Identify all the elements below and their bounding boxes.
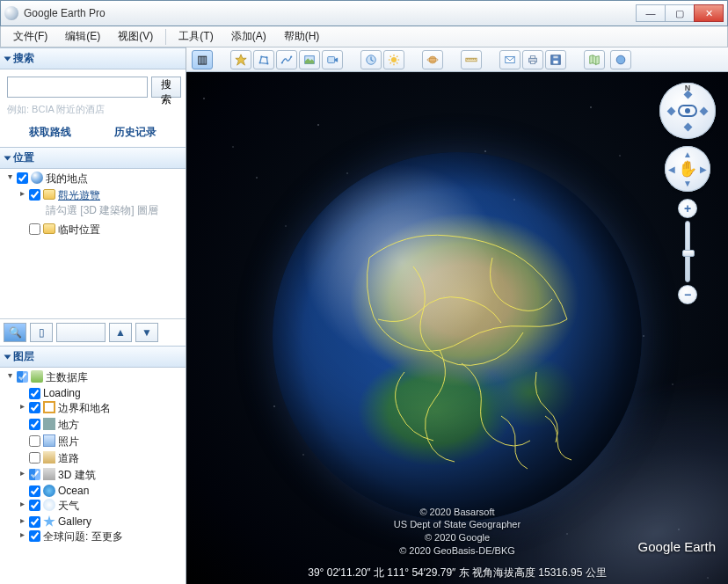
look-compass[interactable]: N bbox=[659, 83, 716, 139]
save-image-button[interactable] bbox=[545, 50, 566, 69]
map-viewport[interactable]: ▥ bbox=[186, 47, 728, 584]
add-image-overlay-button[interactable] bbox=[299, 50, 320, 69]
pan-down-icon[interactable]: ▼ bbox=[683, 179, 692, 188]
layer-label[interactable]: 全球问题: 至更多 bbox=[43, 529, 123, 544]
search-panel-header[interactable]: 搜索 bbox=[0, 47, 186, 69]
search-input[interactable] bbox=[7, 77, 148, 98]
borders-overlay bbox=[273, 152, 642, 522]
layer-label[interactable]: 地方 bbox=[58, 418, 79, 433]
layer-label[interactable]: Ocean bbox=[58, 485, 89, 497]
places-hint: 請勾選 [3D 建築物] 圖層 bbox=[4, 204, 182, 218]
layer-label[interactable]: 天气 bbox=[58, 499, 79, 514]
layer-label[interactable]: 边界和地名 bbox=[58, 401, 111, 416]
look-left-icon[interactable] bbox=[667, 106, 676, 115]
places-panel-header[interactable]: 位置 bbox=[0, 147, 186, 169]
layer-checkbox-global[interactable] bbox=[29, 530, 40, 542]
add-path-button[interactable] bbox=[276, 50, 297, 69]
pan-up-icon[interactable]: ▲ bbox=[683, 150, 692, 159]
tree-expand-icon[interactable]: ▾ bbox=[5, 370, 14, 380]
look-down-icon[interactable] bbox=[683, 123, 692, 132]
temp-places-checkbox[interactable] bbox=[29, 223, 40, 235]
gallery-icon bbox=[43, 515, 55, 528]
menu-view[interactable]: 视图(V) bbox=[109, 27, 162, 46]
maximize-button[interactable]: ▢ bbox=[665, 4, 695, 22]
pan-right-icon[interactable]: ▶ bbox=[700, 164, 707, 174]
record-tour-button[interactable] bbox=[322, 50, 343, 69]
layer-checkbox-photos[interactable] bbox=[29, 435, 40, 447]
layers-panel-header[interactable]: 图层 bbox=[0, 346, 186, 368]
hand-icon: ✋ bbox=[678, 159, 697, 179]
earth-globe[interactable] bbox=[273, 152, 642, 522]
zoom-slider-thumb[interactable] bbox=[682, 250, 695, 257]
layer-row-roads: 道路 bbox=[4, 450, 182, 467]
view-in-maps-button[interactable] bbox=[584, 50, 605, 69]
sidebar-toggle-button[interactable]: ▥ bbox=[192, 50, 213, 69]
places-up-button[interactable]: ▲ bbox=[109, 323, 132, 342]
places-icon bbox=[43, 418, 55, 430]
tree-expand-icon[interactable]: ▸ bbox=[18, 468, 26, 478]
sightseeing-link[interactable]: 觀光遊覽 bbox=[58, 188, 100, 203]
tree-expand-icon[interactable]: ▾ bbox=[5, 172, 14, 181]
layer-checkbox-3d[interactable] bbox=[29, 469, 40, 480]
tree-expand-icon[interactable]: ▸ bbox=[18, 401, 26, 411]
tree-expand-icon[interactable]: ▸ bbox=[18, 515, 26, 525]
get-directions-link[interactable]: 获取路线 bbox=[29, 125, 71, 140]
simulator-button[interactable] bbox=[610, 50, 631, 69]
temp-places-label[interactable]: 临时位置 bbox=[58, 223, 100, 237]
svg-point-3 bbox=[266, 62, 268, 64]
places-down-button[interactable]: ▼ bbox=[135, 323, 158, 342]
look-right-icon[interactable] bbox=[700, 106, 709, 115]
tree-expand-icon[interactable]: ▸ bbox=[18, 529, 26, 539]
places-slider[interactable] bbox=[56, 323, 106, 342]
planet-button[interactable] bbox=[422, 50, 443, 69]
layer-checkbox-borders[interactable] bbox=[29, 402, 40, 413]
my-places-checkbox[interactable] bbox=[17, 172, 28, 184]
close-button[interactable]: ✕ bbox=[694, 4, 724, 22]
menu-file[interactable]: 文件(F) bbox=[4, 27, 56, 46]
layer-checkbox-db[interactable] bbox=[17, 371, 28, 383]
layer-checkbox-places[interactable] bbox=[29, 419, 40, 430]
sightseeing-checkbox[interactable] bbox=[29, 189, 40, 201]
places-toolbar: 🔍 ▯ ▲ ▼ bbox=[0, 318, 186, 346]
layer-checkbox-ocean[interactable] bbox=[29, 485, 40, 497]
menu-help[interactable]: 帮助(H) bbox=[275, 27, 329, 46]
email-button[interactable] bbox=[499, 50, 521, 69]
ruler-button[interactable] bbox=[461, 50, 482, 69]
layer-label[interactable]: Loading bbox=[43, 387, 81, 399]
layer-label[interactable]: Gallery bbox=[58, 515, 91, 528]
tree-expand-icon[interactable]: ▸ bbox=[18, 499, 26, 508]
layer-label[interactable]: 主数据库 bbox=[46, 370, 88, 385]
layer-row-borders: ▸边界和地名 bbox=[4, 400, 182, 417]
places-search-button[interactable]: 🔍 bbox=[4, 323, 26, 342]
history-link[interactable]: 历史记录 bbox=[114, 125, 157, 140]
places-view-button[interactable]: ▯ bbox=[30, 323, 53, 342]
layer-checkbox-loading[interactable] bbox=[29, 388, 40, 399]
layer-label[interactable]: 3D 建筑 bbox=[58, 468, 96, 483]
tree-expand-icon[interactable]: ▸ bbox=[18, 188, 26, 198]
layer-checkbox-weather[interactable] bbox=[29, 500, 40, 511]
3d-icon bbox=[43, 468, 55, 480]
add-placemark-button[interactable] bbox=[230, 50, 251, 69]
history-imagery-button[interactable] bbox=[360, 50, 382, 69]
eye-icon bbox=[678, 105, 697, 117]
places-panel-title: 位置 bbox=[13, 150, 34, 165]
layer-label[interactable]: 道路 bbox=[58, 451, 79, 466]
my-places-label[interactable]: 我的地点 bbox=[46, 172, 88, 186]
menu-edit[interactable]: 编辑(E) bbox=[56, 27, 109, 46]
menu-tools[interactable]: 工具(T) bbox=[170, 27, 222, 46]
zoom-in-button[interactable]: + bbox=[678, 199, 697, 218]
minimize-button[interactable]: — bbox=[636, 4, 666, 22]
sunlight-button[interactable] bbox=[383, 50, 404, 69]
zoom-slider-track[interactable] bbox=[685, 221, 690, 282]
layer-label[interactable]: 照片 bbox=[58, 434, 79, 449]
layer-checkbox-gallery[interactable] bbox=[29, 516, 40, 528]
print-button[interactable] bbox=[522, 50, 543, 69]
layer-checkbox-roads[interactable] bbox=[29, 452, 40, 464]
pan-control[interactable]: ▲ ▼ ◀ ▶ ✋ bbox=[665, 146, 710, 192]
add-polygon-button[interactable] bbox=[253, 50, 274, 69]
zoom-out-button[interactable]: − bbox=[678, 285, 697, 304]
zoom-control: + − bbox=[678, 199, 697, 304]
search-button[interactable]: 搜索 bbox=[151, 77, 181, 98]
menu-add[interactable]: 添加(A) bbox=[222, 27, 275, 46]
pan-left-icon[interactable]: ◀ bbox=[668, 164, 675, 174]
